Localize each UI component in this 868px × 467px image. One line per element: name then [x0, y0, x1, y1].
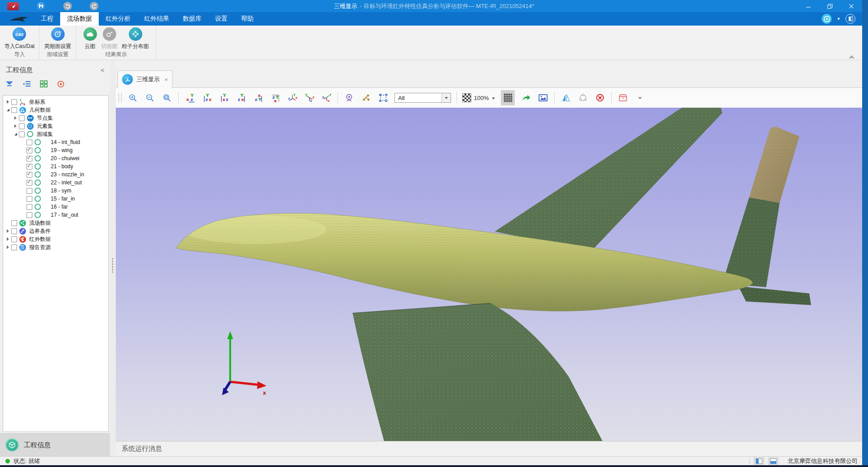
layout-grid-icon[interactable]	[39, 79, 48, 88]
view-iso2-icon[interactable]: Yxz	[303, 92, 315, 104]
export-view-icon[interactable]	[520, 92, 532, 104]
display-filter-select[interactable]: All	[395, 93, 451, 103]
tree-checkbox[interactable]	[11, 99, 17, 105]
view-front-icon[interactable]: xzY	[184, 92, 196, 104]
tree-checkbox[interactable]	[26, 196, 32, 202]
chevron-down-icon[interactable]	[442, 93, 451, 102]
viewport-3d[interactable]: x	[116, 108, 862, 441]
tree-checkbox[interactable]	[26, 204, 32, 210]
tree-expander-icon[interactable]	[13, 133, 18, 135]
chevron-down-icon[interactable]	[634, 92, 646, 104]
ribbon-button-cloud[interactable]: 云图	[83, 27, 98, 50]
tree-checkbox[interactable]	[26, 172, 32, 178]
view-bottom-icon[interactable]: zYx	[269, 92, 281, 104]
toolbar-drag-handle[interactable]	[118, 93, 122, 103]
tree-item[interactable]: 流场数据	[3, 219, 108, 227]
chevron-down-icon[interactable]: ▼	[837, 17, 841, 21]
zoom-out-icon[interactable]	[144, 92, 156, 104]
node-display-icon[interactable]	[360, 92, 372, 104]
menu-item-0[interactable]: 工程	[34, 12, 60, 26]
tree-item[interactable]: 面域集	[3, 130, 108, 138]
splitter-handle[interactable]	[112, 258, 114, 273]
tree-item[interactable]: 边界条件	[3, 227, 108, 235]
tree-expander-icon[interactable]	[5, 109, 11, 111]
tree-checkbox[interactable]	[11, 220, 17, 226]
menu-item-6[interactable]: 帮助	[234, 12, 260, 26]
tree-checkbox[interactable]	[26, 148, 32, 153]
zoom-in-icon[interactable]	[127, 92, 139, 104]
tree-item[interactable]: 15 - far_in	[3, 195, 108, 203]
view-right-icon[interactable]: zxY	[235, 92, 247, 104]
clear-icon[interactable]	[594, 92, 606, 104]
outline-list-icon[interactable]	[22, 79, 31, 88]
tree-item[interactable]: 报告资源	[3, 243, 108, 251]
project-info-button[interactable]: 工程信息	[0, 433, 110, 456]
tree-checkbox[interactable]	[26, 164, 32, 170]
smooth-shade-icon[interactable]	[577, 92, 589, 104]
layout-left-panel-icon[interactable]	[754, 457, 764, 465]
restore-button[interactable]	[819, 0, 841, 12]
minimize-button[interactable]	[798, 0, 819, 12]
save-icon[interactable]	[37, 2, 45, 10]
help-book-icon[interactable]	[846, 14, 855, 24]
tree-expander-icon[interactable]	[13, 124, 18, 128]
opacity-control[interactable]: 100%	[462, 93, 495, 102]
tree-item[interactable]: 红外数据	[3, 235, 108, 243]
tree-item[interactable]: Yzx坐标系	[3, 98, 108, 106]
run-panel-icon[interactable]	[822, 14, 832, 24]
view-top-icon[interactable]: zYx	[252, 92, 264, 104]
tree-checkbox[interactable]	[26, 156, 32, 161]
chevron-down-icon[interactable]	[491, 94, 495, 102]
tree-item[interactable]: 16 - far	[3, 203, 108, 211]
tree-checkbox[interactable]	[19, 115, 25, 121]
tree-checkbox[interactable]	[11, 228, 17, 234]
ribbon-button-particles[interactable]: 粒子分布图	[121, 27, 150, 50]
tree-item[interactable]: 17 - far_out	[3, 211, 108, 219]
tree-item[interactable]: 14 - int_fluid	[3, 138, 108, 146]
tree-checkbox[interactable]	[19, 131, 25, 137]
tree-item[interactable]: 元素集	[3, 122, 108, 130]
tree-item[interactable]: 22 - inlet_out	[3, 179, 108, 187]
mirror-icon[interactable]	[560, 92, 572, 104]
tree-checkbox[interactable]	[26, 212, 32, 218]
collapse-panel-icon[interactable]: <	[101, 67, 104, 74]
close-tab-icon[interactable]: ×	[164, 76, 168, 83]
view-left-icon[interactable]: xzY	[218, 92, 230, 104]
locate-icon[interactable]	[56, 79, 65, 88]
menu-item-3[interactable]: 红外结果	[137, 12, 176, 26]
view-iso1-icon[interactable]: Yzx	[286, 92, 298, 104]
filter-icon[interactable]	[5, 79, 14, 88]
tree-checkbox[interactable]	[11, 107, 17, 113]
tree-item[interactable]: 18 - sym	[3, 187, 108, 195]
tree-item[interactable]: 20 - chuiwei	[3, 154, 108, 162]
ribbon-button-cas[interactable]: cas导入Cas/Dat	[4, 27, 35, 50]
menu-item-1[interactable]: 流场数据	[60, 12, 99, 26]
package-icon[interactable]	[617, 92, 629, 104]
zoom-window-icon[interactable]	[161, 92, 173, 104]
view-iso3-icon[interactable]: zYx	[320, 92, 332, 104]
tree-expander-icon[interactable]	[5, 245, 11, 249]
tree-checkbox[interactable]	[26, 140, 32, 145]
view-back-icon[interactable]: zxY	[201, 92, 213, 104]
tree-expander-icon[interactable]	[5, 229, 11, 233]
tree-item[interactable]: 节点集	[3, 114, 108, 122]
bounding-box-icon[interactable]	[377, 92, 389, 104]
tree-checkbox[interactable]	[26, 188, 32, 194]
collapse-ribbon-icon[interactable]	[848, 53, 855, 466]
layout-bottom-panel-icon[interactable]	[768, 457, 779, 465]
tree-checkbox[interactable]	[11, 244, 17, 250]
probe-camera-icon[interactable]	[343, 92, 355, 104]
tree-item[interactable]: 几何数据	[3, 106, 108, 114]
ribbon-button-clock[interactable]: 周期面设置	[44, 27, 72, 50]
tree-item[interactable]: 21 - body	[3, 162, 108, 170]
tree-item[interactable]: 23 - nozzle_in	[3, 170, 108, 179]
menu-item-5[interactable]: 设置	[208, 12, 234, 26]
menu-item-2[interactable]: 红外分析	[99, 12, 137, 26]
panel-splitter[interactable]	[110, 60, 116, 456]
tree-checkbox[interactable]	[19, 123, 25, 129]
tree-expander-icon[interactable]	[13, 116, 18, 120]
tree-expander-icon[interactable]	[5, 100, 11, 104]
snapshot-icon[interactable]	[537, 92, 549, 104]
tab-3d-view[interactable]: 三维显示 ×	[118, 70, 172, 88]
close-button[interactable]	[841, 0, 862, 12]
